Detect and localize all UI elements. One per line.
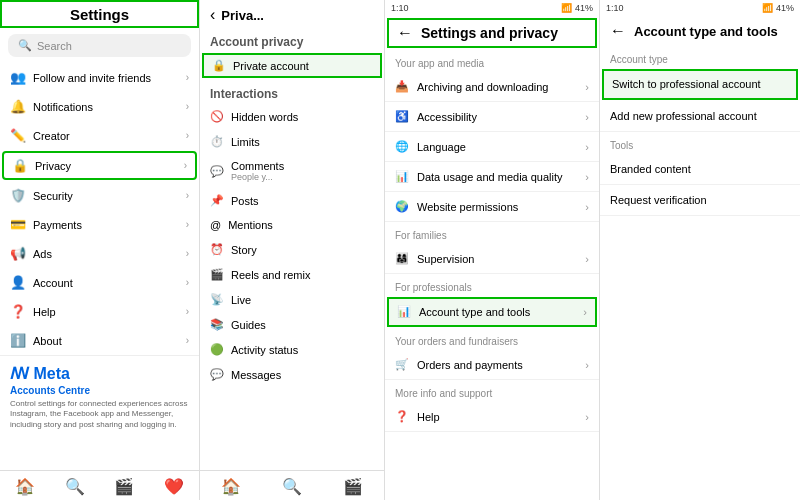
menu-item-privacy[interactable]: 🔒 Privacy › [2, 151, 197, 180]
reels-remix-item[interactable]: 🎬 Reels and remix [200, 262, 384, 287]
hidden-words-icon: 🚫 [210, 110, 224, 123]
meta-accounts-label[interactable]: Accounts Centre [10, 385, 189, 396]
hidden-words-label: Hidden words [231, 111, 298, 123]
nav-likes-icon[interactable]: ❤️ [164, 477, 184, 496]
activity-icon: 🟢 [210, 343, 224, 356]
language-label: Language [417, 141, 466, 153]
comments-label: Comments [231, 160, 284, 172]
guides-item[interactable]: 📚 Guides [200, 312, 384, 337]
limits-item[interactable]: ⏱️ Limits [200, 129, 384, 154]
account-label: Account [33, 277, 73, 289]
interactions-label: Interactions [200, 79, 384, 104]
search-box[interactable]: 🔍 Search [8, 34, 191, 57]
account-type-title: Account type and tools [634, 24, 778, 39]
accessibility-icon: ♿ [395, 110, 409, 123]
branded-content-item[interactable]: Branded content [600, 154, 800, 185]
menu-item-security[interactable]: 🛡️ Security › [0, 181, 199, 210]
nav-home-icon[interactable]: 🏠 [15, 477, 35, 496]
menu-item-payments[interactable]: 💳 Payments › [0, 210, 199, 239]
creator-icon: ✏️ [10, 128, 26, 143]
supervision-label: Supervision [417, 253, 474, 265]
accessibility-item[interactable]: ♿ Accessibility › [385, 102, 599, 132]
add-professional-item[interactable]: Add new professional account [600, 101, 800, 132]
help-item[interactable]: ❓ Help › [385, 402, 599, 432]
guides-icon: 📚 [210, 318, 224, 331]
story-item[interactable]: ⏰ Story [200, 237, 384, 262]
activity-label: Activity status [231, 344, 298, 356]
comments-icon: 💬 [210, 165, 224, 178]
search-icon: 🔍 [18, 39, 32, 52]
back-arrow-icon[interactable]: ← [397, 24, 413, 42]
archiving-label: Archiving and downloading [417, 81, 548, 93]
menu-item-about[interactable]: ℹ️ About › [0, 326, 199, 355]
account-type-menu: Account type Switch to professional acco… [600, 46, 800, 500]
chevron-icon: › [585, 111, 589, 123]
messages-item[interactable]: 💬 Messages [200, 362, 384, 387]
settings-privacy-menu: Your app and media 📥 Archiving and downl… [385, 50, 599, 500]
for-professionals-label: For professionals [385, 274, 599, 296]
posts-icon: 📌 [210, 194, 224, 207]
ads-icon: 📢 [10, 246, 26, 261]
help-icon: ❓ [10, 304, 26, 319]
story-icon: ⏰ [210, 243, 224, 256]
website-perm-icon: 🌍 [395, 200, 409, 213]
menu-item-help[interactable]: ❓ Help › [0, 297, 199, 326]
creator-label: Creator [33, 130, 70, 142]
posts-item[interactable]: 📌 Posts [200, 188, 384, 213]
activity-status-item[interactable]: 🟢 Activity status [200, 337, 384, 362]
nav-reels-icon[interactable]: 🎬 [114, 477, 134, 496]
back-arrow-icon[interactable]: ‹ [210, 6, 215, 24]
language-item[interactable]: 🌐 Language › [385, 132, 599, 162]
help-label: Help [33, 306, 56, 318]
menu-item-account[interactable]: 👤 Account › [0, 268, 199, 297]
orders-label: Orders and payments [417, 359, 523, 371]
privacy-label: Privacy [35, 160, 71, 172]
about-label: About [33, 335, 62, 347]
bottom-nav-1: 🏠 🔍 🎬 ❤️ [0, 470, 199, 500]
live-item[interactable]: 📡 Live [200, 287, 384, 312]
chevron-icon: › [583, 306, 587, 318]
language-icon: 🌐 [395, 140, 409, 153]
mentions-icon: @ [210, 219, 221, 231]
menu-item-creator[interactable]: ✏️ Creator › [0, 121, 199, 150]
menu-item-follow[interactable]: 👥 Follow and invite friends › [0, 63, 199, 92]
payments-label: Payments [33, 219, 82, 231]
comments-item[interactable]: 💬 Comments People y... [200, 154, 384, 188]
panel-account-type: 1:10 📶 41% ← Account type and tools Acco… [600, 0, 800, 500]
chevron-icon: › [186, 190, 189, 201]
help-label: Help [417, 411, 440, 423]
nav-search-icon[interactable]: 🔍 [65, 477, 85, 496]
private-account-item[interactable]: 🔒 Private account [202, 53, 382, 78]
back-arrow-icon[interactable]: ← [610, 22, 626, 40]
request-verification-item[interactable]: Request verification [600, 185, 800, 216]
nav-search-icon[interactable]: 🔍 [282, 477, 302, 496]
chevron-icon: › [585, 201, 589, 213]
messages-label: Messages [231, 369, 281, 381]
mentions-item[interactable]: @ Mentions [200, 213, 384, 237]
menu-item-ads[interactable]: 📢 Ads › [0, 239, 199, 268]
account-privacy-label: Account privacy [200, 27, 384, 52]
supervision-item[interactable]: 👨‍👩‍👧 Supervision › [385, 244, 599, 274]
nav-reels-icon[interactable]: 🎬 [343, 477, 363, 496]
notifications-icon: 🔔 [10, 99, 26, 114]
account-icon: 👤 [10, 275, 26, 290]
website-perm-item[interactable]: 🌍 Website permissions › [385, 192, 599, 222]
orders-payments-item[interactable]: 🛒 Orders and payments › [385, 350, 599, 380]
archiving-item[interactable]: 📥 Archiving and downloading › [385, 72, 599, 102]
chevron-icon: › [585, 81, 589, 93]
account-type-tools-item[interactable]: 📊 Account type and tools › [387, 297, 597, 327]
switch-professional-item[interactable]: Switch to professional account [602, 69, 798, 100]
privacy-panel-title: Priva... [221, 8, 264, 23]
menu-item-notifications[interactable]: 🔔 Notifications › [0, 92, 199, 121]
settings-menu: 👥 Follow and invite friends › 🔔 Notifica… [0, 63, 199, 470]
chevron-icon: › [585, 171, 589, 183]
ads-label: Ads [33, 248, 52, 260]
nav-home-icon[interactable]: 🏠 [221, 477, 241, 496]
status-icons: 📶 41% [561, 3, 593, 13]
chevron-icon: › [186, 277, 189, 288]
hidden-words-item[interactable]: 🚫 Hidden words [200, 104, 384, 129]
follow-icon: 👥 [10, 70, 26, 85]
chevron-icon: › [186, 72, 189, 83]
data-usage-item[interactable]: 📊 Data usage and media quality › [385, 162, 599, 192]
chevron-icon: › [186, 306, 189, 317]
